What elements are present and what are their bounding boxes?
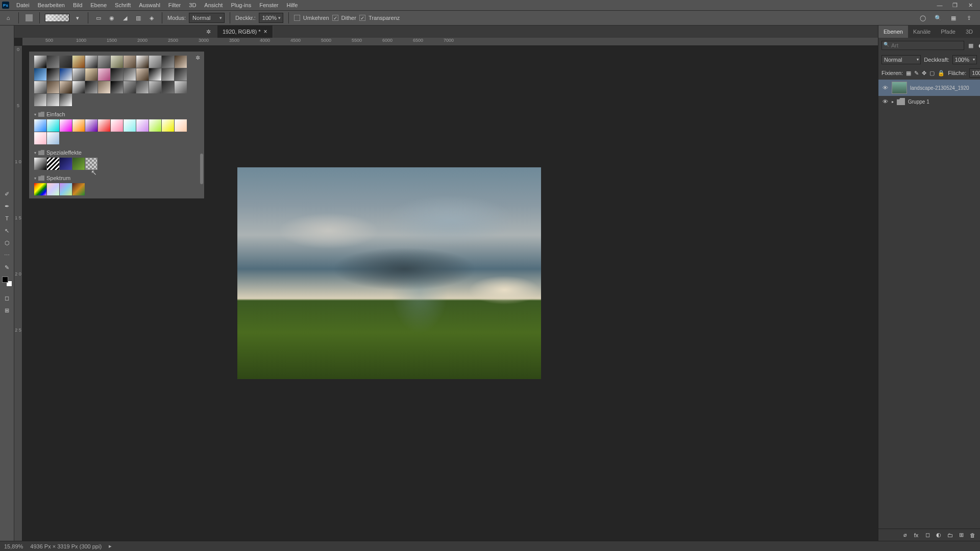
maximize-icon[interactable]: ❐ [947, 0, 963, 10]
gradient-swatch[interactable] [34, 158, 46, 170]
gradient-swatch[interactable] [124, 81, 136, 93]
gradient-swatch[interactable] [47, 158, 59, 170]
minimize-icon[interactable]: — [932, 0, 947, 10]
gradient-swatch[interactable] [98, 119, 110, 132]
gradient-swatch[interactable] [136, 81, 149, 93]
gradient-swatch[interactable] [162, 56, 174, 68]
visibility-icon[interactable]: 👁 [881, 98, 889, 105]
share-icon[interactable]: ⇪ [964, 13, 974, 23]
layer-mask-icon[interactable]: ◻ [924, 532, 931, 539]
visibility-icon[interactable]: 👁 [881, 85, 889, 91]
gradient-swatch[interactable] [34, 81, 46, 93]
menu-plugins[interactable]: Plug-ins [227, 0, 255, 10]
layer-group-item[interactable]: 👁 ▸ Gruppe 1 [878, 96, 980, 107]
cloud-icon[interactable]: ◯ [918, 13, 928, 23]
umkehren-checkbox[interactable]: Umkehren [294, 15, 329, 21]
delete-layer-icon[interactable]: 🗑 [969, 532, 976, 539]
gradient-swatch[interactable] [72, 81, 85, 93]
gradient-swatch[interactable] [111, 56, 123, 68]
gradient-swatch[interactable] [149, 119, 161, 132]
gradient-swatch[interactable] [72, 68, 85, 81]
gradient-edit-dropdown-icon[interactable]: ▾ [72, 13, 83, 23]
fill-dropdown[interactable]: 100% [969, 68, 980, 78]
gradient-preview-dropdown[interactable] [45, 14, 69, 22]
search-icon[interactable]: 🔍 [933, 13, 943, 23]
menu-auswahl[interactable]: Auswahl [135, 0, 164, 10]
gradient-linear-icon[interactable]: ▭ [93, 13, 104, 23]
eyedropper-tool[interactable]: ✐ [2, 189, 13, 199]
type-tool[interactable]: T [2, 213, 13, 223]
gradient-swatch[interactable] [98, 56, 110, 68]
gradient-swatch[interactable] [85, 56, 97, 68]
modus-dropdown[interactable]: Normal [189, 13, 225, 23]
gradient-swatch[interactable] [149, 81, 161, 93]
gradient-swatch[interactable] [72, 119, 85, 132]
status-arrow-icon[interactable]: ▸ [109, 543, 112, 549]
gradient-swatch[interactable] [60, 183, 72, 195]
lock-all-icon[interactable]: 🔒 [938, 69, 945, 77]
pen-tool[interactable]: ✒ [2, 201, 13, 211]
gradient-panel-gear-icon[interactable]: ✲ [195, 55, 200, 61]
menu-datei[interactable]: Datei [12, 0, 34, 10]
gradient-swatch[interactable] [34, 132, 46, 144]
gradient-swatch[interactable] [60, 81, 72, 93]
gradient-swatch[interactable] [98, 68, 110, 81]
gradient-swatch[interactable] [124, 68, 136, 81]
tab-3d[interactable]: 3D [961, 26, 978, 38]
gradient-swatch[interactable] [98, 81, 110, 93]
lock-brush-icon[interactable]: ✎ [914, 69, 919, 77]
tab-close-icon[interactable]: × [264, 28, 267, 35]
gradient-swatch[interactable] [47, 119, 59, 132]
gradient-angle-icon[interactable]: ◢ [120, 13, 130, 23]
swatch-icon[interactable] [24, 13, 34, 23]
menu-filter[interactable]: Filter [164, 0, 185, 10]
gradient-swatch[interactable] [175, 56, 187, 68]
gradient-swatch[interactable] [136, 56, 149, 68]
gradient-swatch[interactable] [47, 56, 59, 68]
gradient-swatch[interactable] [47, 94, 59, 106]
layer-item[interactable]: 👁 landscape-2130524_1920 [878, 80, 980, 96]
path-select-tool[interactable]: ↖ [2, 226, 13, 236]
adjustment-layer-icon[interactable]: ◐ [935, 532, 942, 539]
gradient-swatch[interactable] [60, 119, 72, 132]
gradient-swatch[interactable] [175, 119, 187, 132]
menu-ebene[interactable]: Ebene [86, 0, 111, 10]
home-icon[interactable]: ⌂ [3, 13, 13, 23]
gradient-reflected-icon[interactable]: ▥ [133, 13, 143, 23]
gradient-swatch[interactable] [60, 56, 72, 68]
gradient-swatch[interactable] [111, 81, 123, 93]
menu-hilfe[interactable]: Hilfe [282, 0, 302, 10]
gradient-swatch[interactable] [85, 158, 97, 170]
gradient-swatch[interactable] [124, 56, 136, 68]
tab-ebenen[interactable]: Ebenen [878, 26, 908, 38]
gradient-swatch[interactable] [60, 68, 72, 81]
lock-pixels-icon[interactable]: ▦ [906, 69, 911, 77]
menu-schrift[interactable]: Schrift [111, 0, 135, 10]
gradient-swatch[interactable] [47, 132, 59, 144]
link-layers-icon[interactable]: ⌀ [901, 532, 909, 539]
edit-toolbar[interactable]: ✎ [2, 262, 13, 272]
shape-tool[interactable]: ⬡ [2, 238, 13, 248]
gradient-swatch[interactable] [136, 119, 149, 132]
gradient-swatch[interactable] [162, 119, 174, 132]
zoom-level[interactable]: 15,89% [4, 543, 23, 549]
layer-search-input[interactable] [881, 41, 964, 50]
gradient-swatch[interactable] [47, 183, 59, 195]
filter-image-icon[interactable]: ▦ [967, 42, 974, 49]
gradient-swatch[interactable] [149, 68, 161, 81]
filter-adjust-icon[interactable]: ◐ [977, 42, 980, 49]
gradient-category-spektrum[interactable]: ▾Spektrum [34, 173, 199, 183]
more-tool[interactable]: ⋯ [2, 250, 13, 260]
gradient-swatch[interactable] [72, 56, 85, 68]
gradient-swatch[interactable] [34, 94, 46, 106]
close-icon[interactable]: ✕ [963, 0, 978, 10]
dither-checkbox[interactable]: Dither [332, 15, 356, 21]
gradient-panel-scrollbar[interactable] [200, 154, 203, 184]
menu-3d[interactable]: 3D [185, 0, 200, 10]
tab-pfade[interactable]: Pfade [936, 26, 961, 38]
gradient-swatch[interactable] [149, 56, 161, 68]
gradient-swatch[interactable] [111, 119, 123, 132]
gradient-category-spezialeffekte[interactable]: ▾Spezialeffekte [34, 147, 199, 158]
color-swatches[interactable] [2, 277, 12, 287]
gradient-swatch[interactable] [85, 81, 97, 93]
